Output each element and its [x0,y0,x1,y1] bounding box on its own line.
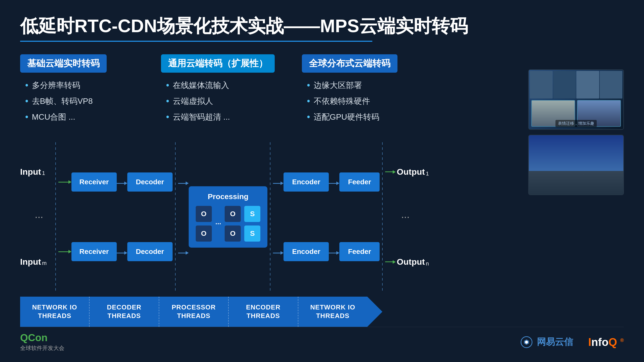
card-basic: 基础云端实时转码 多分辨率转码 去B帧、转码VP8 MCU合图 ... [20,54,146,127]
feeder-box-top: Feeder [339,172,380,192]
footer-left: QCon 全球软件开发大会 [20,332,64,352]
input-1-label: Input1 [20,167,53,177]
input-m-label: Inputm [20,257,53,267]
processing-title: Processing [208,192,249,201]
slide-container: 低延时RTC-CDN场景化技术实战——MPS云端实时转码 基础云端实时转码 多分… [0,0,644,362]
card-basic-header: 基础云端实时转码 [20,54,107,73]
bottom-label-2: PROCESSORTHREADS [159,297,229,327]
arr-bot-1 [117,251,127,255]
netease-logo: 网易云信 [520,336,573,348]
arr-top-1 [117,182,127,185]
conference-caption: 表情迁移，增加乐趣 [555,120,597,127]
sep-4 [382,142,383,292]
arrow-recv-dec [117,142,127,292]
arch-diagram: Input1 ··· Inputm [20,142,508,327]
arr-top-3 [273,182,284,185]
processing-box: Processing O O ··· O [189,186,267,248]
sep-1 [55,142,56,292]
svg-point-1 [525,341,528,344]
card-basic-list: 多分辨率转码 去B帧、转码VP8 MCU合图 ... [20,80,146,122]
arr-top-4 [329,182,339,185]
sep-2 [175,142,176,292]
bottom-label-3: ENCODERTHREADS [229,297,298,327]
input-arrow-bot [58,250,71,253]
decoder-col: Decoder Decoder [127,142,173,292]
arr-top-2 [178,182,189,185]
encoder-box-bot: Encoder [284,242,329,261]
netease-icon [520,336,533,348]
list-item: 适配GPU硬件转码 [307,111,428,123]
vr-image [528,135,624,195]
input-arrow-top [58,180,71,184]
output-arrow-top [385,170,396,174]
o-box-1: O [196,206,212,222]
s-box-2: S [244,225,260,242]
o-box-2: O [196,225,212,242]
arr-bot-4 [329,251,339,255]
infoq-logo: InfoQ ® [588,336,624,348]
arr-bot-3 [273,251,284,255]
list-item: 云端智码超清 ... [166,111,287,123]
card-universal: 通用云端转码（扩展性） 在线媒体流输入 云端虚拟人 云端智码超清 ... [161,54,287,127]
arrow-dec-proc [178,142,189,292]
outputs-col: Output1 ··· Outputn [385,142,425,292]
arrow-proc-enc [273,142,284,292]
input-dots: ··· [20,211,53,222]
conference-image: 表情迁移，增加乐趣 [528,69,624,130]
footer: QCon 全球软件开发大会 网易云信 InfoQ ® [20,327,624,352]
output-arrow-bot [385,260,396,264]
card-universal-header: 通用云端转码（扩展性） [161,54,275,73]
page-title: 低延时RTC-CDN场景化技术实战——MPS云端实时转码 [20,15,624,37]
s-column: S S [244,206,260,242]
list-item: 去B帧、转码VP8 [25,96,146,107]
proc-dots: ··· [215,220,221,228]
o-box-4: O [225,225,241,242]
receiver-box-top: Receiver [71,172,117,192]
bottom-bar: NETWORK IOTHREADS DECODERTHREADS PROCESS… [20,297,382,327]
bottom-label-0: NETWORK IOTHREADS [20,297,90,327]
o-column: O O [196,206,212,242]
list-item: 云端虚拟人 [166,96,287,107]
netease-text: 网易云信 [537,336,573,348]
card-global-list: 边缘大区部署 不依赖特殊硬件 适配GPU硬件转码 [302,80,428,122]
card-global-header: 全球分布式云端转码 [302,54,397,73]
o-box-3: O [225,206,241,222]
bottom-label-1: DECODERTHREADS [90,297,159,327]
title-underline [20,41,372,42]
feeder-col: Feeder Feeder [339,142,380,292]
list-item: 多分辨率转码 [25,80,146,91]
encoder-box-top: Encoder [284,172,329,192]
s-box-1: S [244,206,260,222]
cards-row: 基础云端实时转码 多分辨率转码 去B帧、转码VP8 MCU合图 ... 通用云端… [20,54,508,127]
list-item: 边缘大区部署 [307,80,428,91]
arrow-enc-feed [329,142,339,292]
qcon-subtitle: 全球软件开发大会 [20,344,64,352]
right-images: 表情迁移，增加乐趣 [528,69,624,327]
arr-bot-2 [178,251,189,255]
decoder-box-top: Decoder [127,172,173,192]
output-dots: ··· [385,211,425,222]
footer-right: 网易云信 InfoQ ® [520,336,624,348]
qcon-logo: QCon [20,332,48,343]
feeder-box-bot: Feeder [339,242,380,261]
encoder-col: Encoder Encoder [284,142,329,292]
list-item: MCU合图 ... [25,111,146,123]
o-column-2: O O [225,206,241,242]
bottom-label-4: NETWORK IOTHREADS [298,297,367,327]
card-universal-list: 在线媒体流输入 云端虚拟人 云端智码超清 ... [161,80,287,122]
list-item: 在线媒体流输入 [166,80,287,91]
list-item: 不依赖特殊硬件 [307,96,428,107]
title-section: 低延时RTC-CDN场景化技术实战——MPS云端实时转码 [20,15,624,42]
decoder-box-bot: Decoder [127,242,173,261]
card-global: 全球分布式云端转码 边缘大区部署 不依赖特殊硬件 适配GPU硬件转码 [302,54,428,127]
receiver-decoder-col: Receiver Receiver [58,142,117,292]
receiver-box-bot: Receiver [71,242,117,261]
sep-3 [270,142,270,292]
